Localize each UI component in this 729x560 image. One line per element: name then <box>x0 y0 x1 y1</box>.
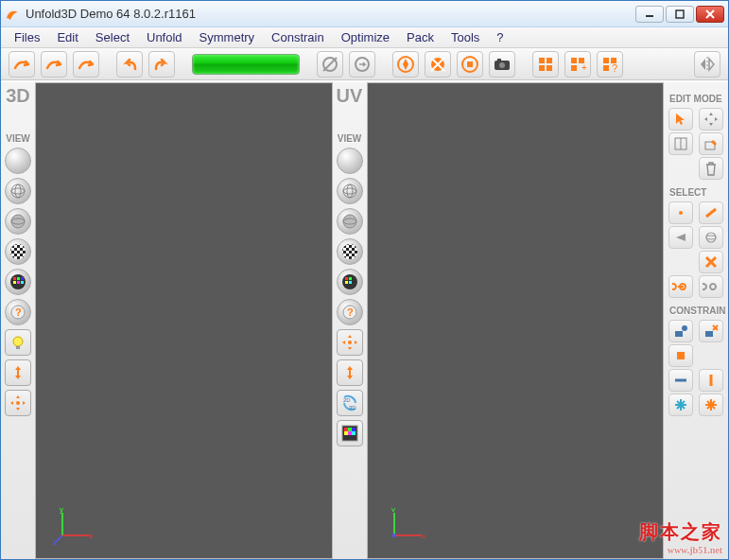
select-unlink-icon[interactable] <box>699 275 723 298</box>
constrain-vert-icon[interactable] <box>699 369 723 392</box>
uv-view-globe-icon[interactable] <box>337 208 363 235</box>
svg-rect-97 <box>675 331 683 337</box>
editmode-edit-icon[interactable] <box>699 132 723 155</box>
menu-optimize[interactable]: Optimize <box>334 28 397 46</box>
tool-compass-icon[interactable] <box>392 51 419 78</box>
section-constrain: CONSTRAIN <box>668 306 724 316</box>
constrain-unpin-icon[interactable] <box>699 320 723 342</box>
3d-view-question-icon[interactable]: ? <box>5 299 31 325</box>
constrain-snowflake-orange-icon[interactable] <box>699 394 723 416</box>
svg-point-14 <box>499 62 505 68</box>
constrain-snowflake-blue-icon[interactable] <box>668 394 693 416</box>
svg-text:2D: 2D <box>343 397 351 403</box>
menu-tools[interactable]: Tools <box>443 28 487 46</box>
tool-camera-icon[interactable] <box>489 51 515 78</box>
menu-symmetry[interactable]: Symmetry <box>192 28 263 46</box>
tool-stop-icon[interactable] <box>457 51 483 78</box>
tool-pack-1-icon[interactable] <box>532 51 559 78</box>
tool-pack-2-icon[interactable]: + <box>564 51 591 78</box>
uv-arrows-all-icon[interactable] <box>337 329 363 356</box>
workspace: 3D VIEW ? y x z UV VIEW ? 2D3D <box>1 82 728 559</box>
3d-arrows-all-icon[interactable] <box>5 390 31 416</box>
uv-2d3d-swap-icon[interactable]: 2D3D <box>337 390 363 416</box>
constrain-square-icon[interactable] <box>668 344 693 367</box>
svg-point-32 <box>11 215 25 228</box>
select-edge-icon[interactable] <box>699 201 723 224</box>
menu-help[interactable]: ? <box>489 28 511 46</box>
svg-point-93 <box>706 236 716 239</box>
editmode-move-icon[interactable] <box>699 108 723 131</box>
svg-rect-76 <box>344 428 348 431</box>
svg-text:?: ? <box>612 62 617 74</box>
minimize-button[interactable] <box>635 6 664 23</box>
editmode-split-icon[interactable] <box>668 132 693 155</box>
3d-view-sphere-icon[interactable] <box>5 148 31 174</box>
svg-rect-44 <box>17 281 20 284</box>
main-toolbar: + ? <box>1 48 728 80</box>
select-cross-icon[interactable] <box>699 251 723 273</box>
uv-arrows-updown-icon[interactable] <box>337 359 363 386</box>
tool-pack-help-icon[interactable]: ? <box>597 51 623 78</box>
svg-rect-19 <box>547 65 552 71</box>
constrain-horiz-icon[interactable] <box>668 369 693 392</box>
svg-rect-65 <box>345 277 348 280</box>
select-point-icon[interactable] <box>668 201 693 224</box>
section-editmode: EDIT MODE <box>668 94 724 104</box>
svg-point-61 <box>343 215 356 228</box>
tool-redo-arrow-2[interactable] <box>41 51 67 78</box>
menu-edit[interactable]: Edit <box>49 28 85 46</box>
svg-text:y: y <box>60 505 63 514</box>
tool-sphere-arrow[interactable] <box>349 51 375 78</box>
3d-view-color-checker-icon[interactable] <box>5 269 31 295</box>
right-panel: EDIT MODE SELECT CONST <box>664 82 728 559</box>
tool-redo-arrow-3[interactable] <box>73 51 99 78</box>
titlebar: Unfold3D Demo 64 8.0.2.r1161 <box>1 1 728 27</box>
menu-pack[interactable]: Pack <box>399 28 442 46</box>
svg-rect-66 <box>349 277 352 280</box>
menu-unfold[interactable]: Unfold <box>139 28 190 46</box>
menu-files[interactable]: Files <box>7 28 47 46</box>
svg-rect-22 <box>571 65 577 71</box>
tool-cross-sphere-icon[interactable] <box>425 51 451 78</box>
3d-view-checker-icon[interactable] <box>5 238 31 265</box>
svg-line-91 <box>706 209 716 217</box>
viewport-uv[interactable]: v u <box>367 82 665 559</box>
uv-view-color-checker-icon[interactable] <box>337 269 363 295</box>
svg-rect-24 <box>603 58 609 63</box>
redo-button[interactable] <box>148 51 175 78</box>
constrain-pin-icon[interactable] <box>668 320 693 342</box>
menu-select[interactable]: Select <box>88 28 137 46</box>
3d-view-globe-icon[interactable] <box>5 208 31 235</box>
viewport-3d[interactable]: y x z <box>35 82 333 559</box>
select-link-icon[interactable] <box>668 275 693 298</box>
3d-arrows-updown-icon[interactable] <box>5 359 31 386</box>
3d-view-wire-icon[interactable] <box>5 178 31 204</box>
svg-point-31 <box>15 184 21 198</box>
3d-light-icon[interactable] <box>5 329 31 356</box>
svg-rect-67 <box>345 281 348 284</box>
maximize-button[interactable] <box>666 6 694 23</box>
close-button[interactable] <box>696 6 724 23</box>
uv-grid-color-icon[interactable] <box>337 420 363 446</box>
svg-rect-18 <box>539 65 545 71</box>
editmode-pointer-icon[interactable] <box>668 108 693 131</box>
editmode-trash-icon[interactable] <box>699 157 723 180</box>
svg-rect-16 <box>539 58 545 63</box>
uv-view-checker-icon[interactable] <box>337 238 363 265</box>
select-face-icon[interactable] <box>668 226 693 249</box>
uv-view-question-icon[interactable]: ? <box>337 299 363 325</box>
svg-point-86 <box>392 534 396 537</box>
tool-sphere-cut[interactable] <box>317 51 343 78</box>
tool-redo-arrow-1[interactable] <box>9 51 35 78</box>
svg-rect-12 <box>467 61 473 67</box>
uv-view-wire-icon[interactable] <box>337 178 363 204</box>
svg-point-90 <box>679 211 683 215</box>
tool-mirror-icon[interactable] <box>694 51 720 78</box>
select-island-icon[interactable] <box>699 226 723 249</box>
uv-view-sphere-icon[interactable] <box>337 148 363 174</box>
label-3d-view: VIEW <box>6 133 30 144</box>
menu-constrain[interactable]: Constrain <box>264 28 332 46</box>
svg-rect-17 <box>547 58 552 63</box>
svg-point-30 <box>11 188 25 194</box>
undo-button[interactable] <box>116 51 143 78</box>
